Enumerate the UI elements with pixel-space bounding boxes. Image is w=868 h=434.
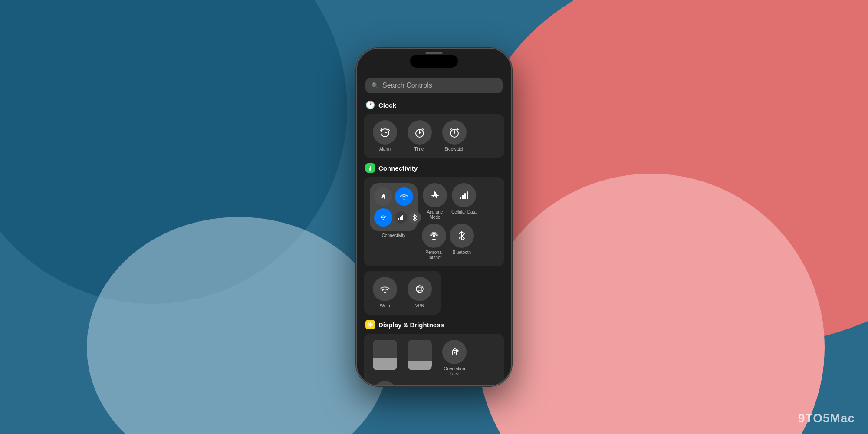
svg-rect-25: [464, 193, 466, 199]
search-icon: 🔍: [372, 82, 379, 89]
connectivity-big-icon[interactable]: [370, 183, 418, 231]
svg-line-42: [368, 323, 369, 324]
svg-rect-19: [398, 218, 399, 220]
personal-hotspot-icon: [422, 224, 446, 248]
cellular-data-icon: [452, 183, 476, 207]
svg-rect-20: [400, 217, 401, 220]
display-items-grid: Orientation Lock Screen Recording: [364, 334, 504, 385]
connectivity-mini-grid: [370, 183, 418, 231]
svg-line-45: [368, 326, 369, 327]
connectivity-section-header: Connectivity: [364, 163, 504, 173]
brightness-slider-1[interactable]: [370, 340, 400, 377]
svg-line-44: [372, 323, 372, 324]
personal-hotspot-label: PersonalHotspot: [425, 250, 442, 260]
search-placeholder: Search Controls: [382, 82, 432, 89]
watermark: 9TO5Mac: [798, 411, 855, 425]
connectivity-section-title: Connectivity: [378, 164, 418, 172]
orientation-lock-label: Orientation Lock: [439, 366, 470, 377]
vpn-label: VPN: [415, 303, 424, 309]
airplane-mini-icon: [374, 187, 392, 206]
svg-rect-26: [467, 191, 468, 199]
conn-row-1: Airplane Mode: [422, 183, 498, 220]
cellular-data-label: Cellular Data: [451, 210, 477, 215]
connectivity-section-icon: [365, 163, 375, 173]
svg-line-9: [423, 129, 424, 130]
search-bar[interactable]: 🔍 Search Controls: [365, 78, 503, 93]
brightness-slider-2[interactable]: [404, 340, 435, 377]
svg-rect-24: [462, 195, 464, 199]
svg-line-14: [450, 129, 451, 130]
clock-items-grid: Alarm Timer: [364, 114, 504, 158]
power-button: [511, 127, 512, 161]
vpn-icon: [408, 277, 432, 301]
svg-rect-17: [370, 166, 371, 171]
connectivity-right: Airplane Mode: [422, 183, 498, 260]
bluetooth-icon: [450, 224, 474, 248]
airplane-mode-item[interactable]: Airplane Mode: [422, 183, 448, 220]
alarm-icon: [373, 120, 397, 145]
alarm-item[interactable]: Alarm: [370, 120, 400, 152]
connectivity-left: Connectivity: [370, 183, 418, 238]
screen-recording-item[interactable]: Screen Recording: [370, 381, 400, 385]
connectivity-big-label: Connectivity: [382, 233, 405, 238]
bluetooth-item[interactable]: Bluetooth: [450, 224, 474, 260]
clock-section: 🕐 Clock: [364, 100, 504, 158]
phone-wrapper: 🔍 Search Controls 🕐 Clock: [356, 48, 512, 386]
connectivity-block: Connectivity Air: [364, 177, 504, 266]
brightness-fill-2: [408, 361, 432, 370]
dynamic-island: [410, 55, 458, 68]
svg-rect-18: [372, 165, 372, 171]
svg-rect-22: [402, 215, 403, 220]
brightness-fill-1: [373, 358, 397, 370]
bluetooth-label: Bluetooth: [453, 250, 471, 255]
clock-section-icon: 🕐: [365, 100, 375, 110]
svg-rect-21: [401, 216, 402, 220]
wifi-vpn-grid: Wi-Fi: [364, 271, 441, 315]
orientation-lock-item[interactable]: Orientation Lock: [439, 340, 470, 377]
display-section: Display & Brightness: [364, 320, 504, 385]
wifi-item[interactable]: Wi-Fi: [370, 277, 400, 309]
wifi-vpn-row: Wi-Fi: [364, 271, 504, 315]
wifi-main-mini-icon: [395, 187, 413, 206]
wifi-icon: [373, 277, 397, 301]
cellular-mini-icon: [395, 211, 407, 224]
cellular-data-item[interactable]: Cellular Data: [451, 183, 477, 220]
svg-point-47: [454, 352, 456, 354]
display-section-title: Display & Brightness: [378, 321, 444, 329]
screen-content: 🔍 Search Controls 🕐 Clock: [357, 49, 511, 385]
airplane-mode-label: Airplane Mode: [422, 210, 448, 220]
clock-section-header: 🕐 Clock: [364, 100, 504, 110]
drag-handle: [425, 52, 443, 54]
svg-rect-23: [460, 197, 461, 199]
svg-line-43: [372, 326, 372, 327]
timer-icon: [408, 120, 432, 145]
clock-section-title: Clock: [378, 102, 396, 109]
wifi-bottom-mini-icon: [374, 208, 392, 227]
conn-row-2: PersonalHotspot: [422, 224, 498, 260]
timer-label: Timer: [414, 147, 425, 152]
svg-rect-15: [368, 169, 368, 171]
personal-hotspot-item[interactable]: PersonalHotspot: [422, 224, 446, 260]
stopwatch-icon: [442, 120, 467, 145]
connectivity-section: Connectivity: [364, 163, 504, 315]
brightness-bar-1: [373, 340, 397, 370]
svg-line-13: [457, 129, 458, 130]
stopwatch-item[interactable]: Stopwatch: [439, 120, 470, 152]
svg-rect-16: [369, 168, 370, 171]
bluetooth-mini-icon: [409, 211, 421, 224]
vpn-item[interactable]: VPN: [404, 277, 435, 309]
airplane-mode-icon: [423, 183, 447, 207]
phone-device: 🔍 Search Controls 🕐 Clock: [356, 48, 512, 386]
orientation-lock-icon: [442, 340, 467, 364]
screen-recording-icon: [373, 381, 397, 385]
display-section-header: Display & Brightness: [364, 320, 504, 329]
display-section-icon: [365, 320, 375, 329]
brightness-bar-2: [408, 340, 432, 370]
svg-point-37: [369, 323, 372, 326]
alarm-label: Alarm: [379, 147, 391, 152]
stopwatch-label: Stopwatch: [444, 147, 465, 152]
timer-item[interactable]: Timer: [404, 120, 435, 152]
wifi-label: Wi-Fi: [380, 303, 390, 309]
